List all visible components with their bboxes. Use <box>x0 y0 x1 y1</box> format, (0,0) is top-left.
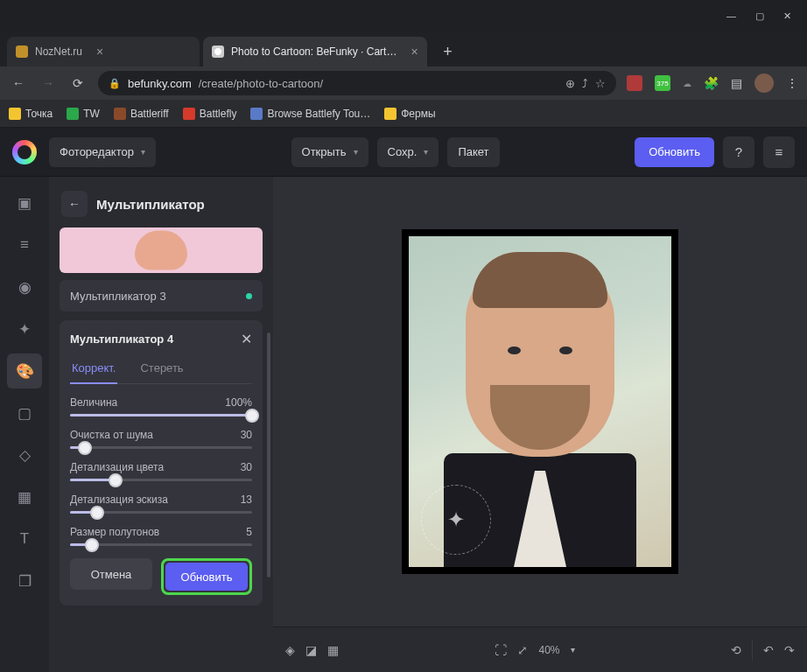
fit-screen-icon[interactable]: ⛶ <box>495 643 507 657</box>
menu-icon[interactable]: ≡ <box>763 136 795 168</box>
bookmark-item[interactable]: Battleriff <box>114 108 169 120</box>
bookmark-item[interactable]: TW <box>67 108 100 120</box>
slider-value: 13 <box>241 494 252 506</box>
effect-card: Мультипликатор 4 ✕ Коррект. Стереть Вели… <box>60 320 263 606</box>
lock-icon: 🔒 <box>109 78 121 89</box>
card-close-icon[interactable]: ✕ <box>241 331 252 347</box>
update-button[interactable]: Обновить <box>165 563 248 591</box>
editor-mode-dropdown[interactable]: Фоторедактор▾ <box>49 137 156 167</box>
open-button[interactable]: Открыть▾ <box>291 137 368 167</box>
bookmark-item[interactable]: Battlefly <box>183 108 237 120</box>
subtab-adjust[interactable]: Коррект. <box>70 356 117 383</box>
bookmark-item[interactable]: Фермы <box>384 108 435 120</box>
browser-menu-icon[interactable]: ⋮ <box>786 76 798 90</box>
new-tab-button[interactable]: + <box>436 39 460 64</box>
slider-thumb[interactable] <box>90 506 104 520</box>
share-icon[interactable]: ⤴ <box>582 77 588 90</box>
layers-toggle-icon[interactable]: ◈ <box>285 643 295 657</box>
browser-tab[interactable]: Photo to Cartoon: BeFunky · Cart… × <box>203 37 427 66</box>
preset-row[interactable]: Мультипликатор 3 <box>60 280 263 312</box>
slider-track[interactable] <box>70 511 252 514</box>
batch-button[interactable]: Пакет <box>447 137 499 167</box>
slider-track[interactable] <box>70 446 252 449</box>
slider-thumb[interactable] <box>245 409 259 423</box>
slider-value: 30 <box>241 429 252 441</box>
extensions-puzzle-icon[interactable]: 🧩 <box>704 76 719 90</box>
upgrade-button[interactable]: Обновить <box>635 137 714 167</box>
extension-badge[interactable]: 375 <box>655 75 670 91</box>
undo-icon[interactable]: ↶ <box>763 643 774 657</box>
panel-back-button[interactable]: ← <box>61 191 88 217</box>
eye-icon[interactable]: ◉ <box>7 270 42 304</box>
compare-icon[interactable]: ◪ <box>305 643 317 657</box>
slider-track[interactable] <box>70 543 252 546</box>
image-icon[interactable]: ▣ <box>7 186 42 220</box>
window-close-icon[interactable]: ✕ <box>783 10 791 22</box>
reading-list-icon[interactable]: ▤ <box>731 76 742 90</box>
bookmark-item[interactable]: Browse Battlefy Tou… <box>250 108 370 120</box>
nav-forward-icon: → <box>39 76 58 90</box>
tab-close-icon[interactable]: × <box>411 45 418 59</box>
reset-icon[interactable]: ⟲ <box>731 643 741 657</box>
url-input[interactable]: 🔒 befunky.com/create/photo-to-cartoon/ ⊕… <box>98 71 616 95</box>
actual-size-icon[interactable]: ⤢ <box>517 643 528 657</box>
highlight-box: Обновить <box>161 558 252 595</box>
chevron-down-icon: ▾ <box>141 147 145 157</box>
preset-thumbnail[interactable] <box>60 228 263 273</box>
grid-toggle-icon[interactable]: ▦ <box>327 643 339 657</box>
sparkles-icon[interactable]: ✦ <box>7 312 42 346</box>
app-topbar: Фоторедактор▾ Открыть▾ Сохр.▾ Пакет Обно… <box>0 128 807 177</box>
install-app-icon[interactable]: ⊕ <box>565 77 575 90</box>
nav-back-icon[interactable]: ← <box>9 76 28 90</box>
preview-image: ✦ <box>409 236 671 567</box>
bookmark-item[interactable]: Точка <box>9 108 53 120</box>
grid-icon[interactable]: ▦ <box>7 480 42 514</box>
zoom-label: 40% <box>538 644 559 656</box>
slider-label: Детализация эскиза <box>70 494 168 506</box>
slider-value: 5 <box>246 526 252 538</box>
slider-track[interactable] <box>70 479 252 481</box>
layers-icon[interactable]: ❐ <box>7 564 42 598</box>
bookmark-icon <box>384 108 396 120</box>
window-maximize-icon[interactable]: ▢ <box>755 10 764 22</box>
chevron-down-icon: ▾ <box>424 147 428 157</box>
canvas-toolbar: ◈ ◪ ▦ ⛶ ⤢ 40% ▾ ⟲ ↶ ↷ <box>273 626 807 672</box>
slider-track[interactable] <box>70 414 252 416</box>
extension-icon[interactable]: ☁ <box>683 79 691 88</box>
slider-thumb[interactable] <box>78 441 92 455</box>
text-icon[interactable]: T <box>7 522 42 556</box>
watermark-icon: ✦ <box>421 485 491 555</box>
bookmark-icon <box>114 108 126 120</box>
profile-avatar[interactable] <box>754 74 774 93</box>
palette-icon[interactable]: 🎨 <box>7 354 42 388</box>
window-minimize-icon[interactable]: — <box>726 10 736 22</box>
cancel-button[interactable]: Отмена <box>70 558 152 590</box>
star-icon[interactable]: ☆ <box>595 77 606 90</box>
extension-icon[interactable] <box>627 75 642 91</box>
card-title: Мультипликатор 4 <box>70 332 173 346</box>
bookmark-icon <box>183 108 195 120</box>
tab-close-icon[interactable]: × <box>96 45 103 59</box>
canvas-viewport[interactable]: ✦ <box>273 177 807 626</box>
redo-icon[interactable]: ↷ <box>784 643 795 657</box>
tab-label: NozNet.ru <box>35 46 82 58</box>
slider-label: Размер полутонов <box>70 526 159 538</box>
zoom-chevron-icon[interactable]: ▾ <box>571 645 575 654</box>
slider-label: Очистка от шума <box>70 429 153 441</box>
slider-label: Детализация цвета <box>70 461 164 473</box>
slider-group: Размер полутонов5 <box>70 526 252 546</box>
nav-reload-icon[interactable]: ⟳ <box>68 76 88 90</box>
slider-label: Величина <box>70 396 117 409</box>
crop-icon[interactable]: ▢ <box>7 396 42 430</box>
subtab-erase[interactable]: Стереть <box>138 356 185 383</box>
slider-thumb[interactable] <box>85 538 99 552</box>
effects-panel: ← Мультипликатор Мультипликатор 3 Мульти… <box>49 177 273 672</box>
shapes-icon[interactable]: ◇ <box>7 438 42 472</box>
help-icon[interactable]: ? <box>723 136 754 168</box>
save-button[interactable]: Сохр.▾ <box>377 137 439 167</box>
slider-thumb[interactable] <box>109 473 123 487</box>
browser-tab[interactable]: NozNet.ru × <box>7 37 200 66</box>
favicon-icon <box>212 46 224 58</box>
sliders-icon[interactable]: ≡ <box>7 228 42 262</box>
app-logo-icon[interactable] <box>12 140 37 164</box>
